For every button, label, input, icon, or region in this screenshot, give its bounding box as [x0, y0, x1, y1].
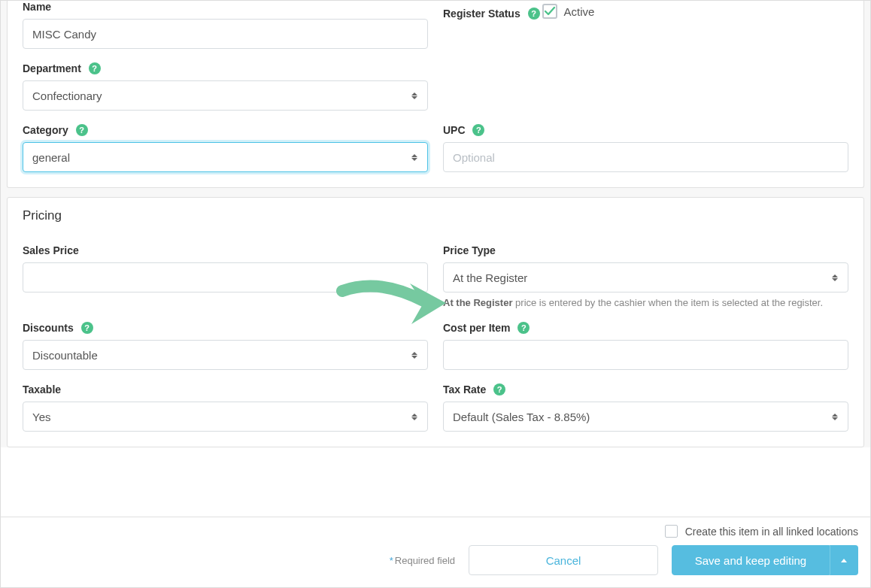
- sales-price-label: Sales Price: [23, 244, 79, 256]
- cost-per-item-input[interactable]: [443, 340, 848, 370]
- tax-rate-select[interactable]: Default (Sales Tax - 8.85%): [443, 402, 848, 432]
- upc-input[interactable]: [443, 142, 848, 172]
- help-icon[interactable]: ?: [472, 124, 484, 136]
- linked-locations-label: Create this item in all linked locations: [685, 526, 858, 538]
- active-checkbox[interactable]: Active: [542, 4, 594, 19]
- discounts-select[interactable]: Discountable: [23, 340, 428, 370]
- price-type-select[interactable]: At the Register: [443, 262, 848, 292]
- required-hint: *Required field: [390, 555, 455, 566]
- sales-price-input[interactable]: [23, 262, 428, 292]
- chevron-updown-icon: [411, 154, 418, 161]
- department-select[interactable]: Confectionary: [23, 80, 428, 111]
- help-icon[interactable]: ?: [76, 124, 88, 136]
- upc-label: UPC: [443, 124, 466, 136]
- category-value: general: [32, 151, 411, 164]
- price-type-value: At the Register: [453, 271, 831, 284]
- department-value: Confectionary: [32, 89, 411, 102]
- chevron-updown-icon: [411, 414, 418, 420]
- price-type-label: Price Type: [443, 244, 496, 256]
- tax-rate-label: Tax Rate: [443, 383, 486, 396]
- linked-locations-checkbox[interactable]: [665, 525, 678, 538]
- price-type-helper: At the Register price is entered by the …: [443, 297, 848, 308]
- chevron-updown-icon: [831, 414, 839, 420]
- help-icon[interactable]: ?: [493, 383, 505, 396]
- taxable-select[interactable]: Yes: [23, 402, 428, 432]
- price-type-helper-rest: price is entered by the cashier when the…: [512, 297, 823, 308]
- chevron-updown-icon: [411, 352, 418, 359]
- tax-rate-value: Default (Sales Tax - 8.85%): [453, 411, 831, 423]
- discounts-value: Discountable: [32, 349, 411, 362]
- help-icon[interactable]: ?: [517, 322, 530, 334]
- name-label: Name: [23, 1, 51, 13]
- cost-per-item-label: Cost per Item: [443, 322, 510, 334]
- save-dropdown-button[interactable]: [830, 545, 858, 575]
- chevron-updown-icon: [411, 92, 418, 99]
- help-icon[interactable]: ?: [81, 322, 93, 334]
- price-type-helper-strong: At the Register: [443, 297, 512, 308]
- name-input[interactable]: [23, 19, 428, 49]
- taxable-label: Taxable: [23, 383, 61, 396]
- check-icon: [544, 5, 556, 17]
- save-button[interactable]: Save and keep editing: [672, 545, 830, 575]
- chevron-updown-icon: [831, 274, 839, 281]
- help-icon[interactable]: ?: [89, 62, 101, 74]
- category-label: Category: [23, 124, 68, 136]
- discounts-label: Discounts: [23, 322, 74, 334]
- active-checkbox-label: Active: [563, 5, 594, 18]
- help-icon[interactable]: ?: [528, 8, 540, 20]
- chevron-up-icon: [841, 559, 847, 562]
- checkbox-box: [542, 4, 557, 19]
- department-label: Department: [23, 62, 81, 74]
- pricing-section-title: Pricing: [8, 198, 863, 231]
- footer: Create this item in all linked locations…: [1, 517, 870, 587]
- cancel-button[interactable]: Cancel: [469, 545, 658, 575]
- register-status-label: Register Status: [443, 8, 520, 20]
- category-select[interactable]: general: [23, 142, 428, 172]
- taxable-value: Yes: [32, 411, 411, 423]
